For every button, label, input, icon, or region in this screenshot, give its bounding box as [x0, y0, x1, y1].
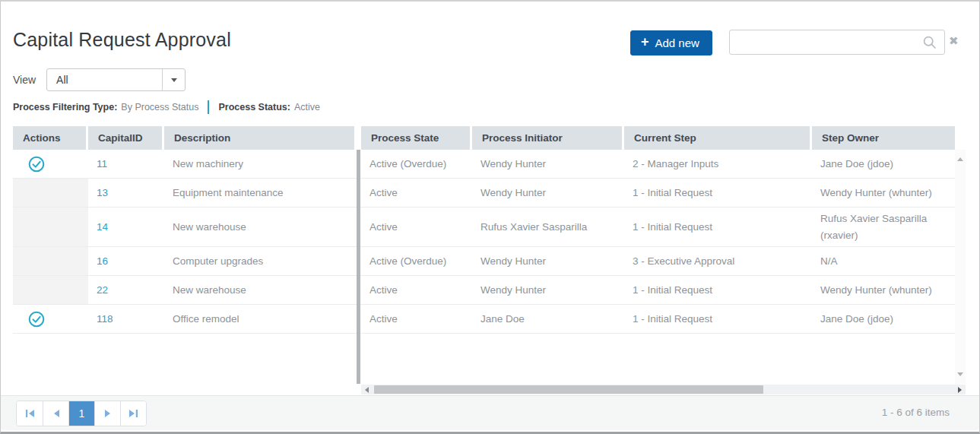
- pager-first-button[interactable]: [17, 401, 43, 426]
- column-header-actions[interactable]: Actions: [13, 126, 88, 150]
- actions-cell: [13, 207, 88, 246]
- page-title: Capital Request Approval: [13, 29, 231, 51]
- description-cell: New warehouse: [164, 276, 357, 304]
- close-icon[interactable]: ✖: [949, 35, 959, 46]
- column-header-process-initiator[interactable]: Process Initiator: [472, 126, 624, 150]
- filter-type-value: By Process Status: [121, 102, 198, 112]
- actions-cell[interactable]: [13, 305, 88, 333]
- process-initiator-cell: Wendy Hunter: [472, 247, 624, 275]
- add-new-button[interactable]: + Add new: [630, 30, 712, 55]
- capital-id-cell: 14: [88, 207, 164, 246]
- table-row: 22New warehouseActiveWendy Hunter1 - Ini…: [13, 276, 966, 305]
- process-state-cell: Active: [361, 276, 472, 304]
- capital-id-link[interactable]: 22: [97, 282, 108, 299]
- step-owner-cell: Jane Doe (jdoe): [812, 305, 955, 333]
- column-header-capitalid[interactable]: CapitalID: [88, 126, 164, 150]
- table-row: 11New machineryActive (Overdue)Wendy Hun…: [13, 150, 966, 179]
- process-initiator-cell: Rufus Xavier Sasparilla: [472, 207, 624, 246]
- process-status-label: Process Status:: [218, 102, 290, 112]
- process-state-cell: Active (Overdue): [361, 247, 472, 275]
- column-header-process-state[interactable]: Process State: [361, 126, 472, 150]
- search-box: [729, 30, 945, 55]
- view-dropdown-value: All: [56, 74, 68, 86]
- process-initiator-cell: Wendy Hunter: [472, 150, 624, 178]
- view-filter-row: View All: [13, 68, 186, 91]
- step-owner-cell: N/A: [812, 247, 955, 275]
- process-status-value: Active: [294, 102, 320, 112]
- pager-prev-button[interactable]: [43, 401, 68, 426]
- scroll-down-icon[interactable]: [957, 372, 963, 376]
- capital-id-cell: 22: [88, 276, 164, 304]
- capital-id-link[interactable]: 16: [97, 253, 108, 270]
- capital-id-link[interactable]: 14: [97, 219, 108, 236]
- description-cell: New warehouse: [164, 207, 357, 246]
- table-row: 14New warehouseActiveRufus Xavier Saspar…: [13, 207, 966, 247]
- add-new-label: Add new: [655, 36, 699, 49]
- grid-header-row: ActionsCapitalIDDescriptionProcess State…: [13, 126, 966, 150]
- step-owner-cell: Jane Doe (jdoe): [812, 150, 955, 178]
- frozen-column-divider: [357, 150, 360, 384]
- process-initiator-cell: Wendy Hunter: [472, 179, 624, 207]
- pager-next-button[interactable]: [94, 401, 120, 426]
- plus-icon: +: [641, 34, 649, 50]
- view-dropdown-button[interactable]: [162, 69, 185, 90]
- current-step-cell: 1 - Initial Request: [624, 179, 812, 207]
- pager-page-1-button[interactable]: 1: [68, 401, 94, 426]
- table-row: 118Office remodelActiveJane Doe1 - Initi…: [13, 305, 966, 334]
- grid-body: 11New machineryActive (Overdue)Wendy Hun…: [13, 150, 966, 334]
- column-header-current-step[interactable]: Current Step: [624, 126, 812, 150]
- task-available-check-icon[interactable]: [28, 156, 45, 173]
- table-row: 13Equipment maintenanceActiveWendy Hunte…: [13, 179, 966, 207]
- chevron-down-icon: [171, 78, 177, 82]
- pager-bar: 1 1 - 6 of 6 items: [1, 395, 979, 430]
- task-available-check-icon[interactable]: [28, 311, 45, 328]
- current-step-cell: 1 - Initial Request: [624, 276, 812, 304]
- filter-separator: [208, 100, 209, 114]
- step-owner-cell: Wendy Hunter (whunter): [812, 179, 955, 207]
- scroll-up-icon[interactable]: [957, 157, 963, 161]
- capital-id-cell: 16: [88, 247, 164, 275]
- search-input[interactable]: [730, 30, 944, 54]
- capital-id-link[interactable]: 118: [97, 311, 113, 328]
- actions-cell: [13, 179, 88, 207]
- pager-summary: 1 - 6 of 6 items: [882, 407, 950, 418]
- actions-cell[interactable]: [13, 150, 88, 178]
- process-initiator-cell: Jane Doe: [472, 305, 624, 333]
- capital-id-link[interactable]: 13: [97, 185, 108, 201]
- capital-id-link[interactable]: 11: [97, 156, 107, 173]
- process-state-cell: Active: [361, 305, 472, 333]
- capital-request-approval-page: Capital Request Approval + Add new ✖ Vie…: [0, 0, 980, 434]
- vertical-scrollbar[interactable]: [955, 150, 966, 384]
- data-grid: ActionsCapitalIDDescriptionProcess State…: [13, 126, 966, 385]
- capital-id-cell: 13: [88, 179, 164, 207]
- pager-last-button[interactable]: [120, 401, 146, 426]
- scroll-left-icon[interactable]: [365, 387, 369, 393]
- description-cell: Equipment maintenance: [164, 179, 357, 207]
- description-cell: New machinery: [164, 150, 357, 178]
- description-cell: Computer upgrades: [164, 247, 357, 275]
- view-label: View: [13, 74, 36, 86]
- step-owner-cell: Wendy Hunter (whunter): [812, 276, 955, 304]
- process-filter-info: Process Filtering Type: By Process Statu…: [13, 100, 320, 115]
- actions-cell: [13, 247, 88, 275]
- scroll-right-icon[interactable]: [958, 387, 962, 393]
- search-icon[interactable]: [922, 35, 937, 50]
- current-step-cell: 1 - Initial Request: [624, 207, 812, 246]
- view-dropdown[interactable]: All: [46, 68, 186, 91]
- process-state-cell: Active: [361, 179, 472, 207]
- horizontal-scrollbar[interactable]: [361, 385, 966, 394]
- column-header-step-owner[interactable]: Step Owner: [812, 126, 955, 150]
- filter-type-label: Process Filtering Type:: [13, 102, 117, 112]
- column-header-description[interactable]: Description: [164, 126, 357, 150]
- current-step-cell: 3 - Executive Approval: [624, 247, 812, 275]
- capital-id-cell: 118: [88, 305, 164, 333]
- table-row: 16Computer upgradesActive (Overdue)Wendy…: [13, 247, 966, 276]
- actions-cell: [13, 276, 88, 304]
- current-step-cell: 1 - Initial Request: [624, 305, 812, 333]
- horizontal-scrollbar-thumb[interactable]: [374, 385, 763, 394]
- process-state-cell: Active: [361, 207, 472, 246]
- description-cell: Office remodel: [164, 305, 357, 333]
- process-state-cell: Active (Overdue): [361, 150, 472, 178]
- capital-id-cell: 11: [88, 150, 164, 178]
- current-step-cell: 2 - Manager Inputs: [624, 150, 812, 178]
